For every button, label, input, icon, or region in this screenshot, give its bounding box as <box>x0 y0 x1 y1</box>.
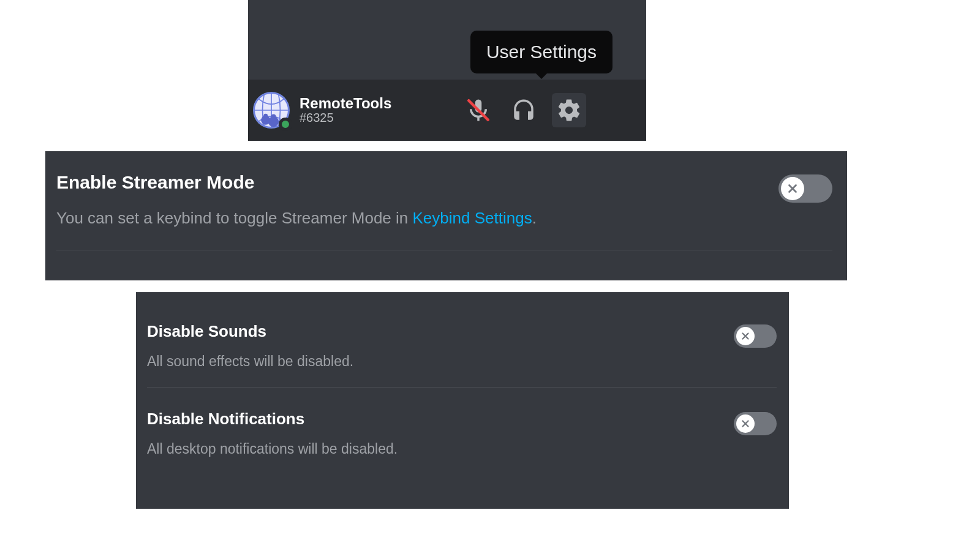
discriminator: #6325 <box>300 111 391 125</box>
toggle-knob <box>781 177 804 200</box>
deafen-button[interactable] <box>507 93 541 127</box>
enable-streamer-mode-setting: Enable Streamer Mode You can set a keybi… <box>45 151 847 280</box>
mic-muted-icon <box>466 97 491 123</box>
username: RemoteTools <box>300 96 391 111</box>
streamer-mode-toggle[interactable] <box>778 174 832 203</box>
toggle-knob <box>736 414 755 433</box>
close-icon <box>740 418 751 429</box>
divider <box>147 387 777 388</box>
toggle-knob <box>736 327 755 345</box>
svg-point-5 <box>271 114 276 119</box>
status-online-icon <box>279 118 292 131</box>
disable-sounds-desc: All sound effects will be disabled. <box>147 353 353 370</box>
svg-point-4 <box>263 114 268 118</box>
streamer-mode-desc-suffix: . <box>532 209 537 227</box>
close-icon <box>786 182 799 195</box>
panel-icons <box>461 93 586 127</box>
mute-button[interactable] <box>461 93 496 127</box>
disable-notifications-title: Disable Notifications <box>147 410 398 429</box>
user-panel-bar: RemoteTools #6325 <box>248 80 646 141</box>
gear-icon <box>556 97 582 123</box>
close-icon <box>740 331 751 342</box>
user-text[interactable]: RemoteTools #6325 <box>300 96 391 125</box>
disable-sounds-title: Disable Sounds <box>147 322 353 341</box>
headphones-icon <box>511 97 537 123</box>
disable-notifications-toggle[interactable] <box>734 412 777 435</box>
settings-tooltip: User Settings <box>470 31 612 73</box>
streamer-mode-options: Disable Sounds All sound effects will be… <box>136 292 789 509</box>
disable-sounds-setting: Disable Sounds All sound effects will be… <box>147 322 777 370</box>
disable-sounds-toggle[interactable] <box>734 324 777 348</box>
avatar[interactable] <box>253 92 290 129</box>
settings-tooltip-text: User Settings <box>486 42 597 62</box>
keybind-settings-link[interactable]: Keybind Settings <box>413 209 532 227</box>
disable-notifications-setting: Disable Notifications All desktop notifi… <box>147 410 777 457</box>
divider <box>56 250 832 250</box>
streamer-mode-description: You can set a keybind to toggle Streamer… <box>56 209 537 228</box>
streamer-mode-title: Enable Streamer Mode <box>56 172 537 193</box>
streamer-mode-desc-prefix: You can set a keybind to toggle Streamer… <box>56 209 413 227</box>
user-panel: User Settings RemoteTools #6325 <box>248 0 646 141</box>
disable-notifications-desc: All desktop notifications will be disabl… <box>147 441 398 457</box>
settings-button[interactable] <box>552 93 586 127</box>
